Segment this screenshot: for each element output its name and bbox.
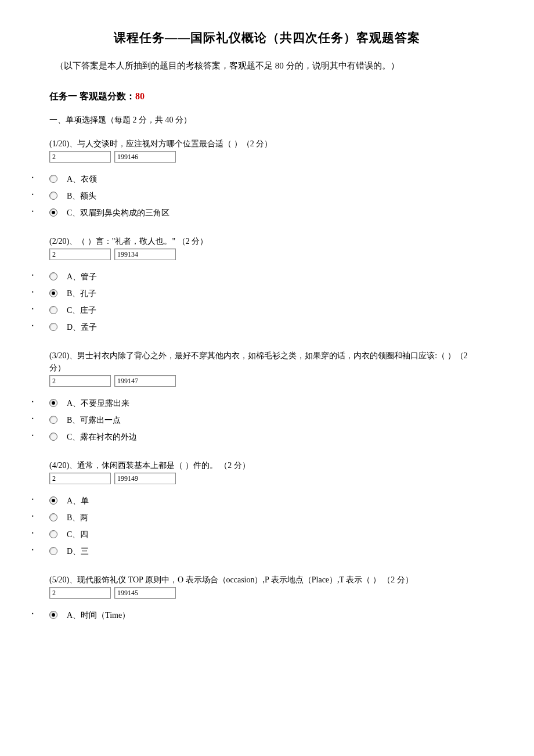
option-item: A、管子 bbox=[32, 271, 485, 283]
option-label: B、孔子 bbox=[67, 289, 96, 298]
option-item: C、庄子 bbox=[32, 304, 485, 316]
question-block: (4/20)、通常，休闲西装基本上都是（ ）件的。 （2 分）A、单B、两C、四… bbox=[49, 459, 485, 557]
option-item: C、双眉到鼻尖构成的三角区 bbox=[32, 207, 485, 219]
option-label: B、额头 bbox=[67, 192, 96, 200]
input-row bbox=[49, 375, 485, 387]
question-input-2[interactable] bbox=[114, 151, 176, 163]
input-row bbox=[49, 151, 485, 163]
options-list: A、衣领B、额头C、双眉到鼻尖构成的三角区 bbox=[32, 173, 485, 219]
input-row bbox=[49, 587, 485, 599]
section-description: 一、单项选择题（每题 2 分，共 40 分） bbox=[49, 114, 485, 126]
question-input-1[interactable] bbox=[49, 249, 111, 260]
radio-icon[interactable] bbox=[49, 496, 57, 505]
question-text: (4/20)、通常，休闲西装基本上都是（ ）件的。 （2 分） bbox=[49, 459, 485, 471]
page-subtitle: （以下答案是本人所抽到的题目的考核答案，客观题不足 80 分的，说明其中有错误的… bbox=[55, 59, 485, 73]
question-block: (1/20)、与人交谈时，应注视对方哪个位置最合适（ ）（2 分）A、衣领B、额… bbox=[49, 138, 485, 219]
option-label: D、三 bbox=[67, 547, 89, 556]
question-text: (5/20)、现代服饰礼仪 TOP 原则中，O 表示场合（occasion）,P… bbox=[49, 574, 485, 586]
option-label: A、衣领 bbox=[67, 175, 97, 183]
option-item: A、时间（Time） bbox=[32, 609, 485, 621]
question-input-1[interactable] bbox=[49, 375, 111, 387]
question-block: (5/20)、现代服饰礼仪 TOP 原则中，O 表示场合（occasion）,P… bbox=[49, 574, 485, 621]
options-list: A、管子B、孔子C、庄子D、孟子 bbox=[32, 271, 485, 333]
option-label: C、庄子 bbox=[67, 306, 96, 315]
option-label: B、可露出一点 bbox=[67, 416, 121, 424]
option-label: B、两 bbox=[67, 513, 88, 522]
radio-icon[interactable] bbox=[49, 611, 57, 619]
question-input-2[interactable] bbox=[114, 473, 176, 484]
question-input-2[interactable] bbox=[114, 249, 176, 260]
radio-icon[interactable] bbox=[49, 323, 57, 331]
option-label: A、不要显露出来 bbox=[67, 399, 129, 408]
options-list: A、不要显露出来B、可露出一点C、露在衬衣的外边 bbox=[32, 397, 485, 443]
question-input-2[interactable] bbox=[114, 587, 176, 599]
option-label: C、四 bbox=[67, 530, 88, 539]
question-text: (3/20)、男士衬衣内除了背心之外，最好不穿其他内衣，如棉毛衫之类，如果穿的话… bbox=[49, 350, 485, 374]
option-label: C、双眉到鼻尖构成的三角区 bbox=[67, 208, 169, 217]
page-title: 课程任务——国际礼仪概论（共四次任务）客观题答案 bbox=[49, 29, 485, 48]
option-label: A、单 bbox=[67, 496, 89, 505]
option-item: A、单 bbox=[32, 495, 485, 507]
task-label: 任务一 客观题分数： bbox=[49, 91, 135, 101]
radio-icon[interactable] bbox=[49, 208, 57, 217]
option-item: B、可露出一点 bbox=[32, 414, 485, 426]
radio-icon[interactable] bbox=[49, 306, 57, 314]
question-input-2[interactable] bbox=[114, 375, 176, 387]
radio-icon[interactable] bbox=[49, 530, 57, 538]
option-item: D、三 bbox=[32, 545, 485, 557]
question-input-1[interactable] bbox=[49, 151, 111, 163]
option-item: B、两 bbox=[32, 512, 485, 524]
question-input-1[interactable] bbox=[49, 587, 111, 599]
options-list: A、时间（Time） bbox=[32, 609, 485, 621]
option-item: A、不要显露出来 bbox=[32, 397, 485, 409]
radio-icon[interactable] bbox=[49, 272, 57, 280]
question-text: (1/20)、与人交谈时，应注视对方哪个位置最合适（ ）（2 分） bbox=[49, 138, 485, 150]
task-score: 80 bbox=[135, 91, 145, 101]
option-label: D、孟子 bbox=[67, 323, 97, 332]
question-input-1[interactable] bbox=[49, 473, 111, 484]
radio-icon[interactable] bbox=[49, 399, 57, 407]
option-item: B、孔子 bbox=[32, 287, 485, 300]
radio-icon[interactable] bbox=[49, 547, 57, 555]
radio-icon[interactable] bbox=[49, 175, 57, 183]
input-row bbox=[49, 249, 485, 260]
question-text: (2/20)、（ ）言："礼者，敬人也。" （2 分） bbox=[49, 235, 485, 247]
question-block: (2/20)、（ ）言："礼者，敬人也。" （2 分）A、管子B、孔子C、庄子D… bbox=[49, 235, 485, 333]
option-label: A、管子 bbox=[67, 272, 97, 281]
option-item: C、露在衬衣的外边 bbox=[32, 431, 485, 443]
question-block: (3/20)、男士衬衣内除了背心之外，最好不穿其他内衣，如棉毛衫之类，如果穿的话… bbox=[49, 350, 485, 443]
task-heading: 任务一 客观题分数：80 bbox=[49, 89, 485, 103]
option-item: A、衣领 bbox=[32, 173, 485, 185]
radio-icon[interactable] bbox=[49, 513, 57, 521]
radio-icon[interactable] bbox=[49, 192, 57, 200]
option-item: B、额头 bbox=[32, 190, 485, 202]
radio-icon[interactable] bbox=[49, 433, 57, 441]
radio-icon[interactable] bbox=[49, 289, 57, 297]
option-label: C、露在衬衣的外边 bbox=[67, 433, 137, 441]
options-list: A、单B、两C、四D、三 bbox=[32, 495, 485, 557]
option-item: C、四 bbox=[32, 528, 485, 541]
radio-icon[interactable] bbox=[49, 416, 57, 424]
option-label: A、时间（Time） bbox=[67, 611, 130, 620]
input-row bbox=[49, 473, 485, 484]
option-item: D、孟子 bbox=[32, 321, 485, 333]
